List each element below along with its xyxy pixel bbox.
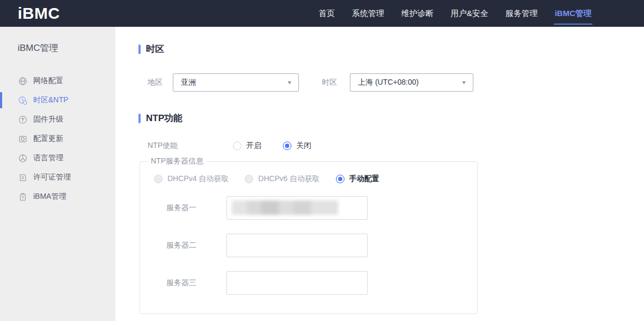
ntp-server-info-group: NTP服务器信息 DHCPv4 自动获取 DHCPv6 自动获取 手动配置 服务… (140, 156, 478, 314)
server-three-label: 服务器三 (166, 278, 226, 288)
sidebar-item-language[interactable]: 语言管理 (0, 148, 115, 168)
section-accent-bar (138, 114, 141, 123)
caret-down-icon: ▼ (461, 80, 467, 85)
config-update-icon (18, 134, 27, 144)
server-three-row: 服务器三 (140, 271, 477, 295)
sidebar: iBMC管理 网络配置 时区&NTP 固件升 (0, 27, 115, 321)
sidebar-item-timezone-ntp[interactable]: 时区&NTP (0, 91, 115, 110)
radio-ntp-off[interactable]: 关闭 (283, 141, 311, 151)
ibmc-logo: iBMC (18, 4, 60, 23)
sidebar-title: iBMC管理 (18, 42, 115, 54)
radio-label: 关闭 (296, 141, 311, 151)
top-nav-menu: 首页 系统管理 维护诊断 用户&安全 服务管理 iBMC管理 (310, 0, 600, 27)
nav-item-service[interactable]: 服务管理 (497, 0, 546, 27)
sidebar-item-ibma[interactable]: iBMA管理 (0, 187, 115, 206)
section-accent-bar (138, 44, 141, 54)
ntp-section-title: NTP功能 (146, 112, 182, 124)
server-two-label: 服务器二 (166, 241, 226, 250)
nav-item-label: iBMC管理 (555, 9, 591, 19)
server-three-input[interactable] (226, 271, 368, 295)
caret-down-icon: ▼ (287, 80, 293, 85)
nav-item-user-security[interactable]: 用户&安全 (442, 0, 497, 27)
ntp-enable-label: NTP使能 (148, 141, 233, 151)
sidebar-item-firmware-upgrade[interactable]: 固件升级 (0, 110, 115, 129)
timezone-select-value: 上海 (UTC+08:00) (358, 78, 419, 87)
radio-circle-icon (245, 175, 253, 183)
radio-dhcpv4-auto[interactable]: DHCPv4 自动获取 (154, 174, 229, 184)
nav-item-label: 服务管理 (506, 9, 538, 19)
clock-icon (18, 95, 27, 105)
timezone-select[interactable]: 上海 (UTC+08:00) ▼ (350, 73, 473, 92)
server-two-row: 服务器二 (140, 234, 477, 257)
radio-circle-icon (154, 175, 163, 183)
radio-dhcpv6-auto[interactable]: DHCPv6 自动获取 (245, 174, 319, 184)
nav-item-system[interactable]: 系统管理 (343, 0, 393, 27)
sidebar-item-network-config[interactable]: 网络配置 (0, 71, 115, 91)
sidebar-item-label: 许可证管理 (33, 173, 71, 182)
server-one-label: 服务器一 (166, 203, 226, 213)
sidebar-item-license[interactable]: 许可证管理 (0, 168, 115, 187)
language-icon (18, 153, 27, 163)
radio-ntp-on[interactable]: 开启 (233, 141, 261, 151)
timezone-label: 时区 (322, 78, 350, 87)
network-icon (18, 76, 27, 86)
radio-label: 手动配置 (349, 174, 379, 184)
radio-label: DHCPv6 自动获取 (258, 174, 319, 184)
ntp-enable-row: NTP使能 开启 关闭 (138, 141, 644, 150)
server-one-row: 服务器一 (140, 196, 477, 220)
main-content: 时区 地区 亚洲 ▼ 时区 上海 (UTC+08:00) ▼ NTP功能 NTP… (115, 27, 644, 321)
sidebar-item-label: 网络配置 (33, 76, 63, 86)
sidebar-item-label: iBMA管理 (33, 192, 66, 201)
timezone-form-row: 地区 亚洲 ▼ 时区 上海 (UTC+08:00) ▼ (138, 73, 644, 92)
server-one-input-wrap (226, 196, 368, 220)
nav-item-label: 维护诊断 (401, 9, 434, 19)
radio-manual-config[interactable]: 手动配置 (336, 174, 379, 184)
nav-item-ibmc-management[interactable]: iBMC管理 (546, 0, 600, 27)
sidebar-item-label: 语言管理 (33, 153, 63, 163)
top-navbar: iBMC 首页 系统管理 维护诊断 用户&安全 服务管理 iBMC管理 (0, 0, 644, 27)
timezone-section-header: 时区 (138, 43, 644, 55)
region-label: 地区 (148, 78, 173, 87)
sidebar-item-label: 固件升级 (33, 115, 63, 124)
server-one-input[interactable] (226, 196, 368, 220)
nav-item-maintenance[interactable]: 维护诊断 (393, 0, 442, 27)
nav-item-label: 首页 (319, 9, 335, 19)
server-two-input[interactable] (226, 234, 368, 257)
firmware-upgrade-icon (18, 115, 27, 124)
sidebar-menu: 网络配置 时区&NTP 固件升级 配置更 (0, 71, 115, 206)
radio-label: DHCPv4 自动获取 (167, 174, 229, 184)
radio-circle-icon (233, 141, 241, 150)
timezone-section-title: 时区 (146, 43, 164, 55)
sidebar-item-label: 时区&NTP (33, 95, 68, 105)
ntp-enable-radio-group: 开启 关闭 (233, 141, 311, 151)
radio-label: 开启 (246, 141, 261, 151)
region-select[interactable]: 亚洲 ▼ (173, 73, 299, 92)
ntp-server-mode-row: DHCPv4 自动获取 DHCPv6 自动获取 手动配置 (140, 174, 477, 184)
radio-circle-icon (283, 141, 291, 150)
ntp-section-header: NTP功能 (138, 112, 644, 124)
nav-item-label: 系统管理 (352, 9, 384, 19)
region-select-value: 亚洲 (181, 78, 196, 87)
sidebar-item-label: 配置更新 (33, 134, 63, 144)
ntp-server-info-legend: NTP服务器信息 (148, 156, 207, 166)
sidebar-item-config-update[interactable]: 配置更新 (0, 129, 115, 148)
license-icon (18, 173, 27, 182)
clipboard-icon (18, 192, 27, 201)
radio-circle-icon (336, 175, 345, 183)
nav-item-label: 用户&安全 (451, 9, 488, 19)
nav-item-home[interactable]: 首页 (310, 0, 343, 27)
